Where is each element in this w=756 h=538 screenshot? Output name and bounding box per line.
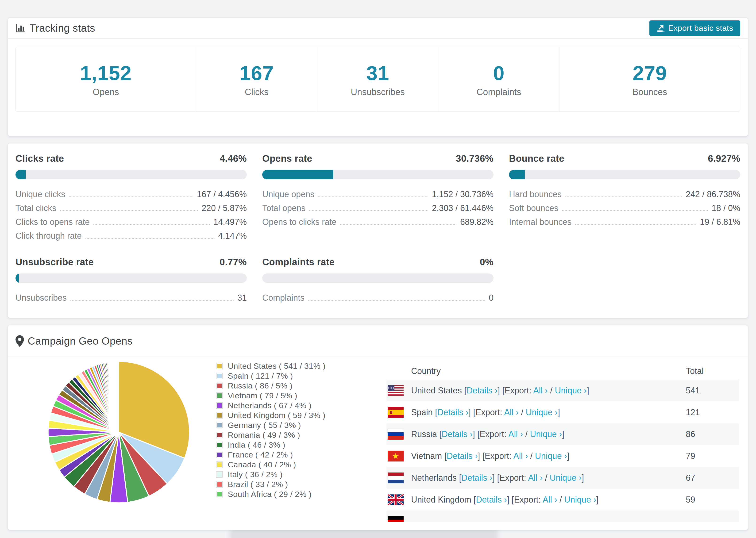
map-pin-icon — [16, 335, 24, 347]
legend-swatch — [216, 363, 223, 369]
rate-row: Soft bounces 18 / 0% — [509, 201, 740, 215]
campaign-geo-opens-card: Campaign Geo Opens United States ( 541 /… — [8, 325, 748, 530]
legend-swatch — [216, 402, 223, 409]
rate-row: Total clicks 220 / 5.87% — [16, 201, 247, 215]
export-all-link[interactable]: All › — [504, 407, 519, 417]
rate-row: Unsubscribes 31 — [16, 291, 247, 305]
export-unique-link[interactable]: Unique › — [535, 451, 567, 461]
progress-bar — [262, 170, 494, 179]
rate-header: Complaints rate 0% — [262, 257, 494, 267]
legend-label: India ( 46 / 3% ) — [228, 440, 285, 450]
export-unique-link[interactable]: Unique › — [550, 473, 581, 483]
legend-swatch — [216, 481, 223, 488]
rate-value: 6.927% — [708, 153, 740, 164]
stat-box: 1,152 Opens — [16, 47, 196, 112]
export-basic-stats-button[interactable]: Export basic stats — [649, 21, 740, 36]
rate-value: 4.46% — [220, 153, 247, 164]
legend-item: Romania ( 49 / 3% ) — [216, 430, 325, 440]
export-all-link[interactable]: All › — [533, 386, 548, 395]
country-name: Vietnam — [411, 451, 442, 461]
details-link[interactable]: Details › — [437, 407, 468, 417]
flag-cell — [387, 472, 411, 483]
rate-rows: Unsubscribes 31 — [16, 291, 247, 305]
legend-swatch — [216, 452, 223, 458]
export-unique-link[interactable]: Unique › — [555, 386, 587, 395]
rate-row-value: 220 / 5.87% — [202, 203, 247, 213]
tracking-stats-title-group: Tracking stats — [16, 22, 95, 34]
export-icon — [657, 24, 665, 32]
uk-flag-svg — [388, 494, 404, 505]
progress-bar — [509, 170, 740, 179]
rate-header: Opens rate 30.736% — [262, 153, 494, 164]
rate-row-value: 4.147% — [218, 231, 247, 241]
legend-item: Vietnam ( 79 / 5% ) — [216, 391, 325, 401]
stat-label: Opens — [93, 87, 119, 97]
rate-row-label: Complaints — [262, 293, 304, 303]
details-link[interactable]: Details › — [442, 429, 473, 439]
rate-row-value: 167 / 4.456% — [197, 189, 247, 199]
rate-row-value: 242 / 86.738% — [686, 189, 740, 199]
legend-item: United Kingdom ( 59 / 3% ) — [216, 410, 325, 420]
legend-item: Netherlands ( 67 / 4% ) — [216, 401, 325, 410]
rate-value: 0.77% — [220, 257, 247, 267]
rate-row-label: Total opens — [262, 203, 305, 213]
progress-bar-fill — [262, 170, 333, 179]
dotted-leader — [309, 210, 428, 211]
legend-swatch — [216, 393, 223, 399]
details-link[interactable]: Details › — [466, 386, 498, 395]
rate-rows: Unique opens 1,152 / 30.736% Total opens… — [262, 187, 494, 229]
progress-bar — [262, 273, 494, 283]
export-all-link[interactable]: All › — [508, 429, 523, 439]
legend-label: Netherlands ( 67 / 4% ) — [228, 401, 311, 410]
stat-value: 167 — [240, 62, 274, 85]
export-unique-link[interactable]: Unique › — [526, 407, 558, 417]
legend-item: Canada ( 40 / 2% ) — [216, 459, 325, 469]
export-all-link[interactable]: All › — [513, 451, 528, 461]
legend-swatch — [216, 442, 223, 448]
export-unique-link[interactable]: Unique › — [564, 495, 596, 505]
dotted-leader — [69, 196, 193, 197]
stat-label: Bounces — [632, 87, 667, 97]
country-column-header: Country — [411, 366, 686, 376]
rate-row: Opens to clicks rate 689.82% — [262, 215, 494, 229]
rate-row: Total opens 2,303 / 61.446% — [262, 201, 494, 215]
geo-pie-svg — [45, 358, 193, 506]
stat-box: 31 Unsubscribes — [317, 47, 439, 112]
export-all-link[interactable]: All › — [543, 495, 557, 505]
campaign-geo-opens-title-group: Campaign Geo Opens — [16, 335, 133, 347]
stat-value: 31 — [366, 62, 389, 85]
flag-cell: ★ — [387, 451, 411, 461]
stat-label: Unsubscribes — [351, 87, 405, 97]
legend-item: Russia ( 86 / 5% ) — [216, 381, 325, 391]
legend-label: Brazil ( 33 / 2% ) — [228, 480, 288, 489]
rate-row-label: Unique opens — [262, 189, 314, 199]
details-link[interactable]: Details › — [476, 495, 507, 505]
rate-panel: Bounce rate 6.927% Hard bounces 242 / 86… — [509, 153, 740, 243]
country-flag — [388, 385, 404, 396]
country-flag — [388, 494, 404, 505]
rate-title: Bounce rate — [509, 153, 565, 164]
tracking-stats-header: Tracking stats Export basic stats — [8, 18, 748, 39]
country-flag — [388, 472, 404, 483]
stat-box: 279 Bounces — [560, 47, 740, 112]
flag-cell — [387, 494, 411, 505]
country-total: 121 — [686, 407, 739, 417]
rate-rows: Hard bounces 242 / 86.738% Soft bounces … — [509, 187, 740, 229]
legend-label: Vietnam ( 79 / 5% ) — [228, 391, 297, 400]
tracking-stats-title: Tracking stats — [29, 22, 95, 34]
table-row: ★ Vietnam [Details ›] [Export: All › / U… — [387, 445, 739, 467]
rate-panel: Unsubscribe rate 0.77% Unsubscribes 31 — [16, 257, 247, 305]
legend-item: United States ( 541 / 31% ) — [216, 361, 325, 371]
rate-row: Complaints 0 — [262, 291, 494, 305]
country-total: 79 — [686, 451, 739, 461]
details-link[interactable]: Details › — [461, 473, 492, 483]
export-unique-link[interactable]: Unique › — [530, 429, 562, 439]
dotted-leader — [340, 224, 457, 225]
details-link[interactable]: Details › — [447, 451, 477, 461]
dotted-leader — [71, 300, 234, 301]
table-row: Spain [Details ›] [Export: All › / Uniqu… — [387, 402, 739, 423]
rate-row-value: 689.82% — [460, 217, 494, 227]
export-all-link[interactable]: All › — [528, 473, 543, 483]
stat-value: 1,152 — [80, 62, 132, 85]
stat-label: Complaints — [477, 87, 521, 97]
